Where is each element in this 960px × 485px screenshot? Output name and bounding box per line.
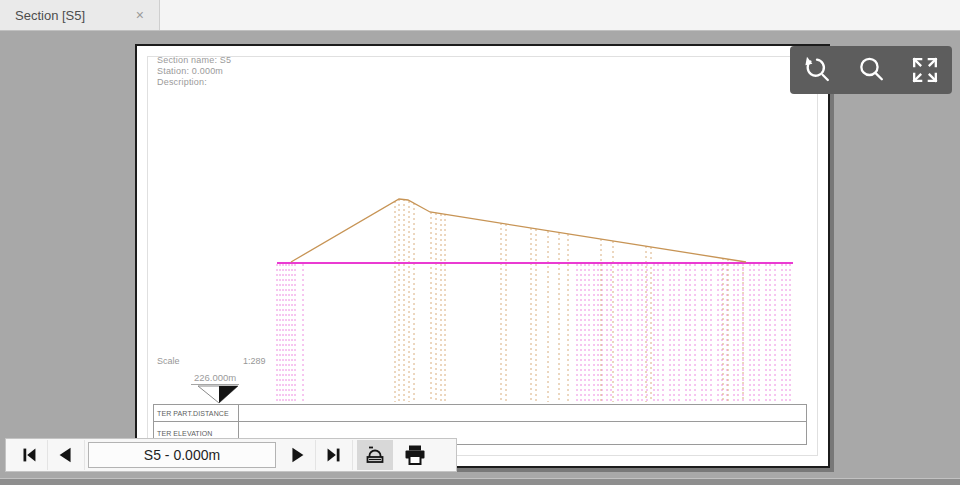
next-icon — [286, 444, 308, 466]
zoom-reset-icon — [800, 53, 834, 87]
scale-label: Scale — [157, 356, 180, 366]
section-viewer-workspace: Section name: S5 Station: 0.000m Descrip… — [0, 31, 960, 478]
section-name-text: Section name: S5 — [157, 55, 231, 66]
fit-screen-button[interactable] — [902, 48, 948, 92]
tab-section-s5[interactable]: Section [S5] × — [0, 0, 160, 30]
tab-close-icon[interactable]: × — [133, 7, 147, 23]
viewer-toolbar — [790, 46, 952, 94]
zoom-icon — [854, 53, 888, 87]
station-text: Station: 0.000m — [157, 66, 231, 77]
current-section-field[interactable]: S5 - 0.000m — [88, 442, 276, 468]
printer-icon — [402, 442, 428, 468]
table-row: TER PART.DISTANCE — [154, 405, 806, 422]
first-section-button[interactable] — [11, 440, 48, 470]
zoom-reset-button[interactable] — [794, 48, 840, 92]
row-label: TER PART.DISTANCE — [154, 405, 239, 421]
print-button[interactable] — [397, 440, 433, 470]
tab-label: Section [S5] — [15, 8, 133, 23]
zoom-button[interactable] — [848, 48, 894, 92]
previous-icon — [55, 444, 77, 466]
previous-section-button[interactable] — [48, 440, 85, 470]
window-bottom-strip — [0, 478, 960, 485]
section-nav-toolbar: S5 - 0.000m — [5, 438, 457, 472]
section-sheet[interactable]: Section name: S5 Station: 0.000m Descrip… — [135, 44, 830, 468]
first-icon — [18, 444, 40, 466]
tab-bar: Section [S5] × — [0, 0, 960, 31]
fit-screen-icon — [908, 53, 942, 87]
station-marker-icon — [195, 384, 243, 406]
last-section-button[interactable] — [316, 440, 353, 470]
sheet-title-block: Section name: S5 Station: 0.000m Descrip… — [157, 55, 231, 88]
plot-settings-button[interactable] — [357, 440, 393, 470]
row-values — [239, 405, 806, 421]
description-text: Description: — [157, 77, 231, 88]
paper-tray-icon — [363, 443, 387, 467]
scale-value: 1:289 — [243, 356, 266, 366]
next-section-button[interactable] — [279, 440, 316, 470]
last-icon — [323, 444, 345, 466]
